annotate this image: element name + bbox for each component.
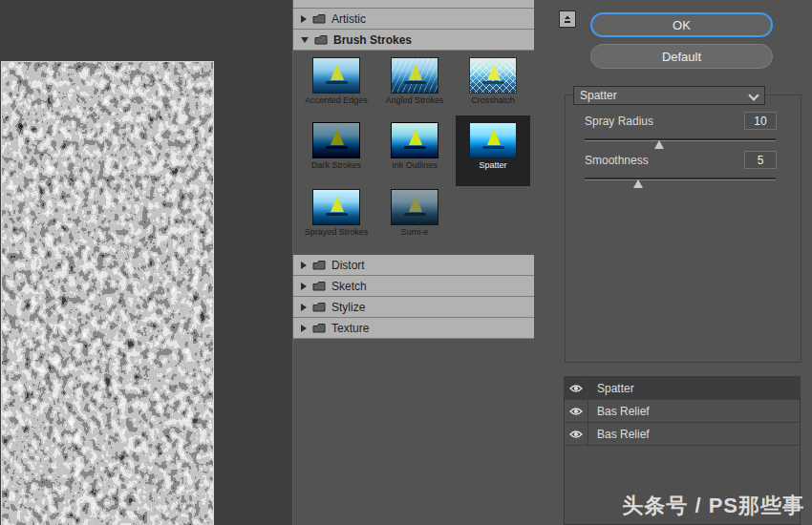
visibility-toggle[interactable] [565, 400, 588, 422]
collapse-arrows-icon [562, 13, 573, 25]
category-label: Stylize [331, 301, 365, 314]
filter-gallery-dialog: Artistic Brush Strokes Accented Edges An… [0, 0, 812, 525]
filter-thumb-sprayed-strokes[interactable]: Sprayed Strokes [299, 185, 374, 237]
thumbnail-label: Sumi-e [377, 227, 452, 237]
collapsed-arrow-icon [301, 304, 307, 311]
thumbnail-image [312, 189, 360, 225]
collapse-panel-button[interactable] [559, 10, 576, 28]
ok-button-label: OK [673, 18, 691, 32]
smoothness-label: Smoothness [585, 154, 649, 167]
smoothness-value-field[interactable]: 5 [744, 151, 777, 169]
watermark-text: 头条号 / PS那些事 [622, 492, 804, 520]
default-button[interactable]: Default [590, 44, 773, 69]
thumbnail-label: Sprayed Strokes [299, 227, 374, 237]
effect-layer-name: Spatter [588, 377, 800, 399]
smoothness-slider-thumb[interactable] [633, 179, 643, 188]
spray-radius-slider-thumb[interactable] [654, 140, 664, 149]
thumbnail-label: Angled Strokes [377, 95, 452, 105]
spray-radius-slider-track[interactable] [585, 138, 776, 141]
effect-layer-row-bas-relief-1[interactable]: Bas Relief [565, 400, 800, 423]
spray-radius-label: Spray Radius [585, 115, 653, 128]
folder-icon [312, 302, 326, 312]
category-distort[interactable]: Distort [293, 255, 534, 276]
collapsed-arrow-icon [301, 283, 307, 290]
category-artistic[interactable]: Artistic [293, 9, 534, 30]
collapsed-arrow-icon [301, 325, 307, 332]
chevron-down-icon [748, 90, 759, 100]
thumbnail-label: Spatter [456, 160, 530, 170]
folder-open-icon [314, 34, 328, 45]
list-scroll-remnant [293, 0, 534, 9]
filter-thumb-dark-strokes[interactable]: Dark Strokes [299, 118, 374, 170]
smoothness-slider-track[interactable] [585, 178, 776, 180]
eye-icon [569, 407, 583, 416]
thumbnail-image [469, 122, 517, 158]
category-label: Brush Strokes [333, 33, 412, 47]
category-label: Distort [331, 259, 365, 272]
folder-icon [312, 281, 326, 291]
eye-icon [569, 384, 583, 393]
filter-thumb-sumi-e[interactable]: Sumi-e [377, 185, 452, 237]
category-stylize[interactable]: Stylize [293, 297, 534, 318]
filter-parameters-panel [565, 94, 801, 363]
category-label: Sketch [331, 280, 367, 293]
thumbnail-image [312, 122, 360, 158]
category-texture[interactable]: Texture [293, 318, 534, 339]
filter-select-value: Spatter [580, 89, 617, 102]
spray-radius-value-field[interactable]: 10 [744, 112, 777, 130]
filter-thumb-ink-outlines[interactable]: Ink Outlines [377, 118, 452, 170]
category-label: Texture [331, 322, 369, 335]
spatter-noise-art [2, 62, 213, 525]
folder-icon [312, 323, 326, 333]
folder-icon [312, 260, 326, 270]
thumbnail-image [391, 189, 438, 225]
filter-category-panel: Artistic Brush Strokes Accented Edges An… [292, 0, 534, 525]
category-sketch[interactable]: Sketch [293, 276, 534, 297]
thumbnail-image [469, 57, 517, 94]
filter-thumb-angled-strokes[interactable]: Angled Strokes [377, 53, 452, 105]
collapsed-arrow-icon [301, 262, 307, 269]
filter-thumb-crosshatch[interactable]: Crosshatch [456, 53, 530, 105]
thumbnail-label: Crosshatch [456, 95, 530, 105]
filter-thumb-spatter-selected[interactable]: Spatter [456, 116, 530, 186]
ok-button[interactable]: OK [590, 12, 773, 37]
filter-preview-image[interactable] [1, 61, 214, 525]
filter-thumb-accented-edges[interactable]: Accented Edges [299, 53, 374, 105]
thumbnail-image [391, 122, 438, 158]
thumbnail-image [312, 57, 360, 94]
effect-layer-row-spatter[interactable]: Spatter [565, 377, 800, 400]
expanded-arrow-icon [301, 37, 309, 43]
effect-layer-row-bas-relief-2[interactable]: Bas Relief [565, 423, 800, 446]
visibility-toggle[interactable] [565, 423, 588, 445]
visibility-toggle[interactable] [565, 377, 588, 399]
category-label: Artistic [331, 12, 366, 26]
folder-icon [312, 13, 326, 24]
effect-layer-name: Bas Relief [588, 423, 800, 445]
thumbnail-label: Dark Strokes [299, 160, 374, 170]
effect-layer-name: Bas Relief [588, 400, 800, 422]
default-button-label: Default [662, 50, 701, 64]
thumbnail-label: Ink Outlines [377, 160, 452, 170]
thumbnail-image [391, 57, 438, 94]
collapsed-arrow-icon [301, 15, 307, 23]
category-brush-strokes[interactable]: Brush Strokes [293, 30, 534, 51]
preview-panel [0, 0, 292, 525]
eye-icon [569, 430, 583, 439]
thumbnail-label: Accented Edges [299, 95, 374, 105]
filter-select-dropdown[interactable]: Spatter [573, 86, 765, 105]
